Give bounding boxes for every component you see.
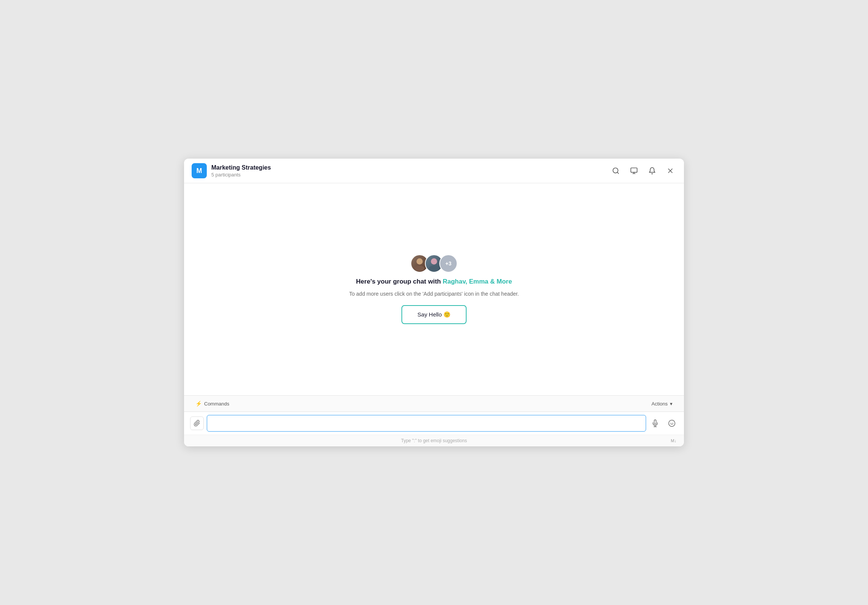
commands-button[interactable]: ⚡ Commands	[192, 399, 233, 409]
header-actions	[610, 165, 676, 177]
paperclip-icon	[194, 420, 200, 427]
actions-button[interactable]: Actions ▾	[648, 399, 676, 409]
chevron-down-icon: ▾	[670, 401, 673, 407]
input-right-icons	[649, 417, 678, 429]
message-input[interactable]	[207, 415, 646, 432]
emoji-button[interactable]	[666, 417, 678, 429]
search-button[interactable]	[610, 165, 622, 177]
svg-line-1	[617, 172, 619, 174]
avatar-count: +3	[439, 254, 457, 273]
svg-rect-2	[631, 168, 637, 173]
commands-icon: ⚡	[195, 401, 202, 407]
chat-title: Marketing Strategies	[211, 164, 610, 171]
group-avatar: M	[192, 163, 207, 178]
intro-subtitle: To add more users click on the 'Add part…	[349, 291, 519, 297]
actions-label: Actions	[651, 401, 668, 407]
svg-point-9	[431, 258, 437, 265]
intro-title: Here's your group chat with Raghav, Emma…	[356, 278, 512, 285]
microphone-button[interactable]	[649, 417, 661, 429]
avatar-stack: +3	[411, 254, 457, 273]
markdown-indicator: M↓	[671, 438, 676, 443]
header-info: Marketing Strategies 5 participants	[211, 164, 610, 178]
chat-header: M Marketing Strategies 5 participants	[184, 159, 684, 183]
emoji-hint: Type ":" to get emoji suggestions	[401, 438, 467, 443]
notifications-button[interactable]	[646, 165, 658, 177]
add-participants-button[interactable]	[628, 165, 640, 177]
commands-label: Commands	[204, 401, 229, 407]
intro-names: Raghav, Emma & More	[443, 278, 512, 285]
participant-count: 5 participants	[211, 172, 610, 178]
attach-button[interactable]	[190, 416, 204, 430]
chat-footer: Type ":" to get emoji suggestions M↓	[184, 435, 684, 446]
svg-point-7	[417, 258, 423, 265]
chat-toolbar: ⚡ Commands Actions ▾	[184, 395, 684, 412]
chat-window: M Marketing Strategies 5 participants	[184, 159, 684, 446]
say-hello-button[interactable]: Say Hello 🙂	[401, 305, 466, 324]
svg-point-13	[669, 420, 675, 427]
close-button[interactable]	[664, 165, 676, 177]
chat-input-row	[184, 412, 684, 435]
microphone-icon	[651, 419, 659, 427]
group-intro: +3 Here's your group chat with Raghav, E…	[349, 254, 519, 324]
chat-body: +3 Here's your group chat with Raghav, E…	[184, 183, 684, 395]
svg-point-10	[429, 266, 439, 271]
svg-point-8	[415, 266, 425, 271]
markdown-icon: M↓	[671, 438, 676, 443]
emoji-icon	[668, 419, 676, 427]
